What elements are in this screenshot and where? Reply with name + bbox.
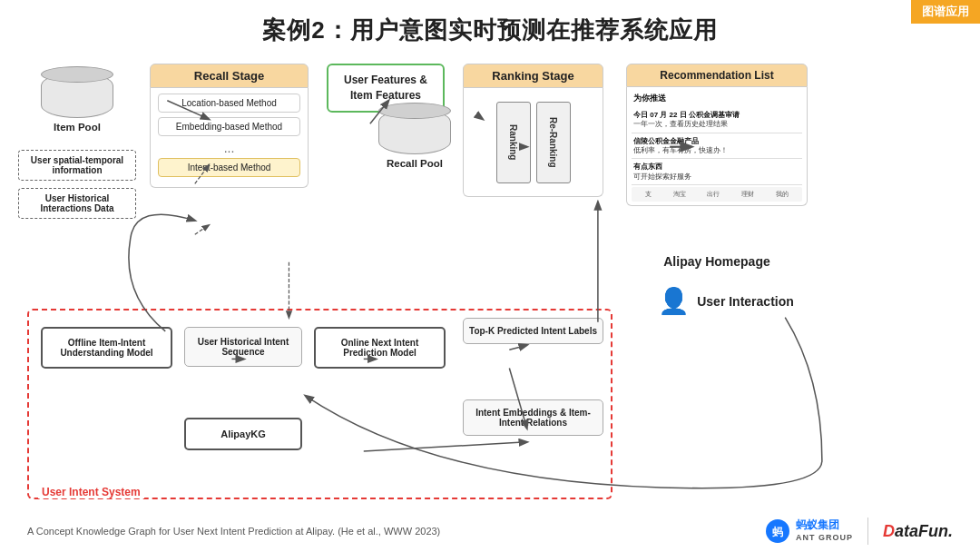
alipay-homepage-label: Alipay Homepage <box>626 254 808 269</box>
rec-list-title: Recommendation List <box>626 64 808 87</box>
recall-stage: Recall Stage Location-based Method Embed… <box>150 64 309 188</box>
nav-item-1: 淘宝 <box>673 190 686 199</box>
item-pool-cylinder <box>41 73 113 118</box>
nav-item-3: 理财 <box>741 190 754 199</box>
nav-item-2: 出行 <box>707 190 720 199</box>
footer-text: A Concept Knowledge Graph for User Next … <box>27 526 440 537</box>
ant-group-logo: 蚂 蚂蚁集团 ANT GROUP <box>765 518 853 544</box>
ranking-col1: Ranking <box>496 102 531 183</box>
rec-list: Recommendation List 为你推送 今日 07 月 22 日 公积… <box>626 64 808 206</box>
recall-stage-body: Location-based Method Embedding-based Me… <box>150 88 309 188</box>
ant-group-text: 蚂蚁集团 ANT GROUP <box>796 518 853 543</box>
datafun-logo: DataFun. <box>883 522 953 541</box>
rec-item-2-title: 有点东西 <box>633 162 800 172</box>
user-historical-box: User Historical Interactions Data <box>18 188 136 219</box>
rec-item-0-sub: 一年一次，查看历史处理结果 <box>633 120 800 130</box>
recall-pool: Recall Pool <box>374 109 456 169</box>
rec-list-body: 为你推送 今日 07 月 22 日 公积金调基审请 一年一次，查看历史处理结果 … <box>626 87 808 206</box>
recall-stage-title: Recall Stage <box>150 64 309 88</box>
recall-pool-label: Recall Pool <box>374 158 456 169</box>
user-interaction-label: User Interaction <box>697 294 794 309</box>
item-pool-label: Item Pool <box>27 122 127 133</box>
item-pool: Item Pool <box>27 73 127 133</box>
footer: A Concept Knowledge Graph for User Next … <box>0 518 980 545</box>
main-title: 案例2：用户意图实时预测在推荐系统应用 <box>0 0 980 46</box>
rec-item-0: 今日 07 月 22 日 公积金调基审请 一年一次，查看历史处理结果 <box>632 107 802 133</box>
user-features-title: User Features & Item Features <box>334 73 437 104</box>
left-info: User spatial-temporal information User H… <box>18 150 136 226</box>
rec-item-0-title: 今日 07 月 22 日 公积金调基审请 <box>633 110 800 120</box>
rec-item-1-sub: 低利率，有车有房，快速办！ <box>633 146 800 156</box>
ranking-stage: Ranking Stage Ranking Re-Ranking <box>463 64 603 197</box>
nav-item-4: 我的 <box>776 190 789 199</box>
rec-item-1-title: 信陵公积金金融产品 <box>633 136 800 146</box>
rec-item-1: 信陵公积金金融产品 低利率，有车有房，快速办！ <box>632 133 802 160</box>
offline-model-box: Offline Item-Intent Understanding Model <box>41 327 172 369</box>
ranking-col1-label: Ranking <box>508 124 518 160</box>
user-intent-system-label: User Intent System <box>38 486 144 498</box>
recall-method-location: Location-based Method <box>158 94 300 113</box>
person-icon: 👤 <box>658 286 690 316</box>
intent-emb-box: Intent Embeddings & Item-Intent Relation… <box>463 399 603 436</box>
recall-dots: ... <box>158 141 300 155</box>
alipay-nav: 支 淘宝 出行 理财 我的 <box>632 187 802 202</box>
user-spatial-box: User spatial-temporal information <box>18 150 136 181</box>
svg-text:蚂: 蚂 <box>772 526 783 538</box>
user-hist-seq-box: User Historical Intent Sequence <box>184 327 302 367</box>
ranking-stage-title: Ranking Stage <box>463 64 603 88</box>
ranking-col2-label: Re-Ranking <box>548 117 558 168</box>
diagram-area: Item Pool User spatial-temporal informat… <box>18 54 962 507</box>
topk-box: Top-K Predicted Intent Labels <box>463 318 603 344</box>
ant-group-icon: 蚂 <box>765 518 790 544</box>
rec-item-2: 有点东西 可开始探索好服务 <box>632 159 802 185</box>
ranking-stage-body: Ranking Re-Ranking <box>463 88 603 197</box>
nav-item-0: 支 <box>645 190 652 199</box>
alipaykg-box: AlipayKG <box>184 418 302 450</box>
rec-item-2-sub: 可开始探索好服务 <box>633 172 800 182</box>
recall-pool-cylinder <box>378 109 451 154</box>
svg-line-6 <box>195 225 209 234</box>
recall-method-intent: Intent-based Method <box>158 158 300 177</box>
recall-method-embedding: Embedding-based Method <box>158 117 300 136</box>
rec-header: 为你推送 <box>632 91 802 107</box>
footer-logos: 蚂 蚂蚁集团 ANT GROUP DataFun. <box>765 518 953 545</box>
footer-divider <box>867 518 868 545</box>
top-badge: 图谱应用 <box>911 0 980 24</box>
online-model-box: Online Next Intent Prediction Model <box>314 327 446 369</box>
user-interaction: 👤 User Interaction <box>635 286 817 316</box>
ranking-col2: Re-Ranking <box>536 102 571 183</box>
